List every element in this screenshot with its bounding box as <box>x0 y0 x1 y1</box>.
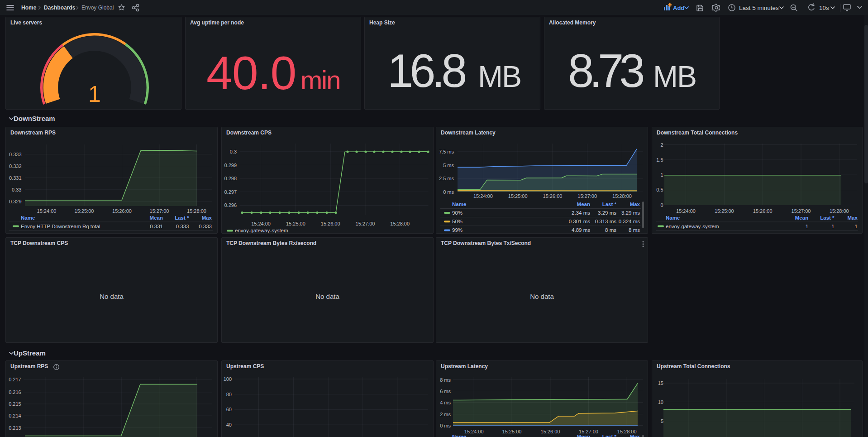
svg-text:Last *: Last * <box>602 202 617 207</box>
svg-text:1: 1 <box>854 224 857 229</box>
svg-text:0.214: 0.214 <box>9 413 21 418</box>
svg-text:5 ms: 5 ms <box>443 163 454 168</box>
svg-text:0.331: 0.331 <box>9 175 22 181</box>
svg-text:0.298: 0.298 <box>224 176 237 181</box>
svg-text:40.0: 40.0 <box>206 47 296 99</box>
svg-text:1: 1 <box>660 172 663 178</box>
svg-text:Max: Max <box>630 434 640 437</box>
svg-text:0.213: 0.213 <box>9 425 21 431</box>
svg-text:0.313 ms: 0.313 ms <box>595 219 617 224</box>
svg-text:Last *: Last * <box>820 215 835 221</box>
svg-text:0.215: 0.215 <box>9 401 21 407</box>
svg-text:Last *: Last * <box>175 215 189 221</box>
svg-text:15:26:00: 15:26:00 <box>543 193 563 199</box>
svg-text:4 ms: 4 ms <box>440 400 451 405</box>
svg-text:50%: 50% <box>452 219 463 224</box>
svg-text:Home: Home <box>21 5 37 11</box>
svg-text:15:24:00: 15:24:00 <box>37 208 57 214</box>
svg-text:8.73: 8.73 <box>568 45 643 97</box>
svg-text:0 ms: 0 ms <box>440 423 451 428</box>
svg-text:Mean: Mean <box>577 434 590 437</box>
svg-text:15: 15 <box>658 380 663 386</box>
svg-text:0.332: 0.332 <box>9 163 22 169</box>
svg-text:Dashboards: Dashboards <box>44 5 76 11</box>
svg-text:Add: Add <box>673 5 684 11</box>
svg-text:0.329: 0.329 <box>9 199 22 204</box>
svg-text:15:25:00: 15:25:00 <box>75 208 94 214</box>
svg-text:15:24:00: 15:24:00 <box>676 208 696 214</box>
svg-text:0.333: 0.333 <box>199 224 212 229</box>
svg-text:Last *: Last * <box>602 434 617 437</box>
svg-text:8 ms: 8 ms <box>605 227 616 233</box>
svg-text:0.299: 0.299 <box>224 163 237 168</box>
svg-text:15:25:00: 15:25:00 <box>286 221 305 226</box>
svg-text:0.3: 0.3 <box>230 149 237 154</box>
svg-text:10s: 10s <box>819 5 829 11</box>
svg-text:0: 0 <box>660 202 663 208</box>
svg-text:Name: Name <box>666 215 680 221</box>
svg-text:15:27:00: 15:27:00 <box>579 429 598 434</box>
svg-text:Mean: Mean <box>795 215 808 221</box>
svg-text:15:28:00: 15:28:00 <box>617 429 637 434</box>
svg-text:10: 10 <box>658 399 663 405</box>
svg-text:0.5: 0.5 <box>656 187 663 192</box>
svg-text:15:27:00: 15:27:00 <box>150 208 169 214</box>
svg-text:15:27:00: 15:27:00 <box>577 193 597 199</box>
svg-text:15:28:00: 15:28:00 <box>390 221 410 226</box>
svg-text:1: 1 <box>88 82 101 107</box>
svg-text:15:28:00: 15:28:00 <box>830 208 849 214</box>
svg-text:MB: MB <box>478 60 521 93</box>
svg-text:4.89 ms: 4.89 ms <box>572 227 590 233</box>
svg-text:Name: Name <box>21 215 35 221</box>
svg-text:2 ms: 2 ms <box>440 412 451 417</box>
svg-text:100: 100 <box>224 376 232 382</box>
svg-text:6 ms: 6 ms <box>440 389 451 394</box>
svg-text:60: 60 <box>226 407 232 412</box>
svg-text:40: 40 <box>226 422 232 427</box>
svg-text:8 ms: 8 ms <box>440 377 451 383</box>
svg-text:min: min <box>300 65 340 95</box>
svg-text:15:28:00: 15:28:00 <box>187 208 206 214</box>
svg-text:Name: Name <box>452 202 466 207</box>
svg-text:envoy-gateway-system: envoy-gateway-system <box>235 228 288 233</box>
svg-text:Envoy HTTP Downstream Rq total: Envoy HTTP Downstream Rq total <box>21 224 100 229</box>
svg-text:15:27:00: 15:27:00 <box>792 208 811 214</box>
svg-text:0.33: 0.33 <box>12 187 21 192</box>
svg-text:7.5 ms: 7.5 ms <box>439 149 454 154</box>
svg-text:15:26:00: 15:26:00 <box>541 429 560 434</box>
svg-text:1: 1 <box>831 224 834 229</box>
svg-text:15:27:00: 15:27:00 <box>356 221 375 226</box>
svg-text:0.331: 0.331 <box>150 224 163 229</box>
svg-text:15:28:00: 15:28:00 <box>612 193 632 199</box>
svg-text:0.297: 0.297 <box>224 189 237 195</box>
svg-text:80: 80 <box>226 392 232 397</box>
svg-text:Max: Max <box>847 215 858 221</box>
svg-text:15:25:00: 15:25:00 <box>715 208 734 214</box>
svg-text:0.217: 0.217 <box>9 377 21 382</box>
svg-text:Name: Name <box>452 434 466 437</box>
svg-text:0.333: 0.333 <box>9 152 22 157</box>
svg-text:0.296: 0.296 <box>224 202 237 208</box>
svg-text:envoy-gateway-system: envoy-gateway-system <box>666 224 719 229</box>
svg-text:15:26:00: 15:26:00 <box>112 208 132 214</box>
svg-text:99%: 99% <box>452 227 463 233</box>
svg-text:15:24:00: 15:24:00 <box>251 221 271 226</box>
svg-text:15:26:00: 15:26:00 <box>321 221 340 226</box>
svg-text:3.29 ms: 3.29 ms <box>621 210 640 216</box>
svg-text:0.333: 0.333 <box>176 224 189 229</box>
svg-text:Last 5 minutes: Last 5 minutes <box>739 5 779 11</box>
svg-text:0.301 ms: 0.301 ms <box>569 219 591 224</box>
svg-text:15:24:00: 15:24:00 <box>473 193 493 199</box>
svg-text:Max: Max <box>630 202 640 207</box>
svg-text:1.5: 1.5 <box>656 157 663 163</box>
svg-text:15:25:00: 15:25:00 <box>502 429 522 434</box>
svg-text:15:24:00: 15:24:00 <box>464 429 484 434</box>
svg-text:15:25:00: 15:25:00 <box>508 193 528 199</box>
svg-text:8 ms: 8 ms <box>629 227 640 233</box>
svg-text:MB: MB <box>653 60 696 93</box>
svg-text:15:26:00: 15:26:00 <box>753 208 773 214</box>
svg-text:Envoy Global: Envoy Global <box>81 5 114 11</box>
svg-text:Max: Max <box>202 215 212 221</box>
svg-text:16.8: 16.8 <box>387 45 465 97</box>
svg-text:90%: 90% <box>452 210 463 216</box>
